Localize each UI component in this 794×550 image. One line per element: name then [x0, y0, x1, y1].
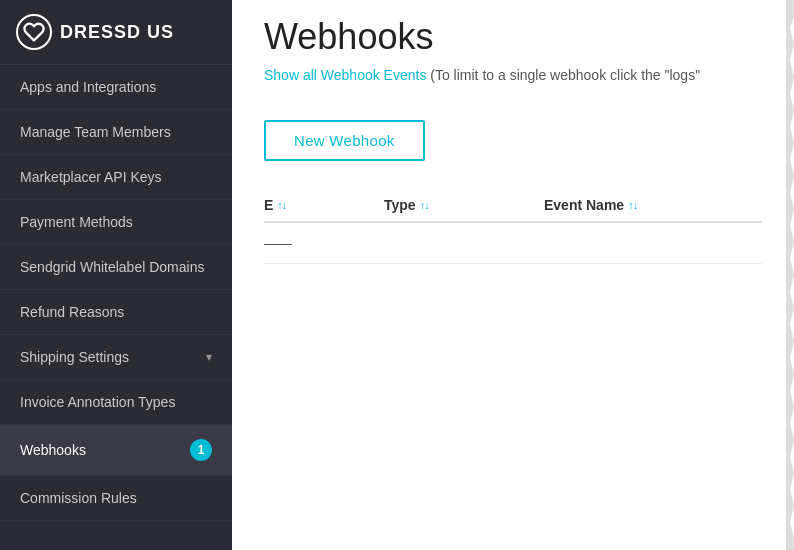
- logo-area: DRESSD US: [0, 0, 232, 65]
- sort-arrows-event-name[interactable]: ↑↓: [628, 199, 637, 211]
- sidebar-item-label-payment-methods: Payment Methods: [20, 214, 212, 230]
- sidebar-item-label-webhooks: Webhooks: [20, 442, 182, 458]
- sidebar-item-manage-team-members[interactable]: Manage Team Members: [0, 110, 232, 155]
- sidebar-item-label-apps-integrations: Apps and Integrations: [20, 79, 212, 95]
- sidebar-item-label-refund-reasons: Refund Reasons: [20, 304, 212, 320]
- sidebar-item-shipping-settings[interactable]: Shipping Settings▾: [0, 335, 232, 380]
- sidebar-item-invoice-annotation-types[interactable]: Invoice Annotation Types: [0, 380, 232, 425]
- sidebar-item-refund-reasons[interactable]: Refund Reasons: [0, 290, 232, 335]
- badge-webhooks: 1: [190, 439, 212, 461]
- brand-name: DRESSD US: [60, 22, 174, 43]
- sidebar-item-label-invoice-annotation-types: Invoice Annotation Types: [20, 394, 212, 410]
- main-content: Webhooks Show all Webhook Events (To lim…: [232, 0, 794, 550]
- page-title: Webhooks: [264, 16, 762, 58]
- sidebar-item-label-manage-team-members: Manage Team Members: [20, 124, 212, 140]
- sidebar-item-apps-integrations[interactable]: Apps and Integrations: [0, 65, 232, 110]
- sidebar-item-marketplacer-api-keys[interactable]: Marketplacer API Keys: [0, 155, 232, 200]
- webhooks-table: E ↑↓ Type ↑↓ Event Name ↑↓ ——: [264, 197, 762, 264]
- sort-arrows-type[interactable]: ↑↓: [420, 199, 429, 211]
- page-header: Webhooks Show all Webhook Events (To lim…: [264, 0, 762, 84]
- col-header-event-name[interactable]: Event Name ↑↓: [544, 197, 762, 213]
- col-header-type[interactable]: Type ↑↓: [384, 197, 544, 213]
- table-row: ——: [264, 223, 762, 264]
- sidebar-item-label-marketplacer-api-keys: Marketplacer API Keys: [20, 169, 212, 185]
- cell-e: ——: [264, 235, 384, 251]
- sidebar-item-webhooks[interactable]: Webhooks1: [0, 425, 232, 476]
- col-header-e[interactable]: E ↑↓: [264, 197, 384, 213]
- sidebar-nav: Apps and IntegrationsManage Team Members…: [0, 65, 232, 550]
- sidebar-item-label-shipping-settings: Shipping Settings: [20, 349, 198, 365]
- show-all-webhook-events-link[interactable]: Show all Webhook Events: [264, 67, 426, 83]
- webhook-events-line: Show all Webhook Events (To limit to a s…: [264, 66, 762, 84]
- table-header: E ↑↓ Type ↑↓ Event Name ↑↓: [264, 197, 762, 223]
- chevron-icon-shipping-settings: ▾: [206, 350, 212, 364]
- sidebar-item-label-sendgrid-whitelabel-domains: Sendgrid Whitelabel Domains: [20, 259, 212, 275]
- webhook-link-suffix: (To limit to a single webhook click the …: [426, 67, 700, 83]
- logo-icon: [16, 14, 52, 50]
- sidebar-item-sendgrid-whitelabel-domains[interactable]: Sendgrid Whitelabel Domains: [0, 245, 232, 290]
- sort-arrows-e[interactable]: ↑↓: [277, 199, 286, 211]
- sidebar-item-payment-methods[interactable]: Payment Methods: [0, 200, 232, 245]
- sidebar: DRESSD US Apps and IntegrationsManage Te…: [0, 0, 232, 550]
- sidebar-item-commission-rules[interactable]: Commission Rules: [0, 476, 232, 521]
- new-webhook-button[interactable]: New Webhook: [264, 120, 425, 161]
- sidebar-item-label-commission-rules: Commission Rules: [20, 490, 212, 506]
